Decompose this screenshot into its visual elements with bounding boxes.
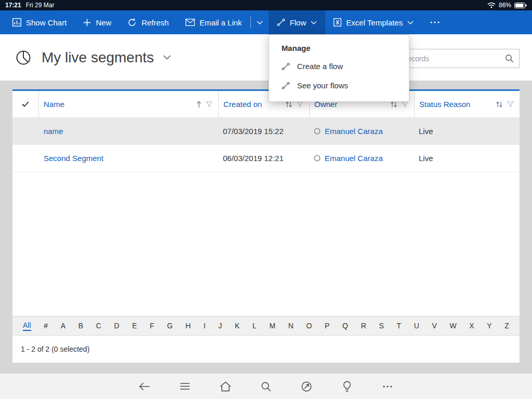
nav-insights-button[interactable] xyxy=(340,379,354,394)
create-a-flow-label: Create a flow xyxy=(297,62,343,71)
jump-item[interactable]: S xyxy=(379,322,383,330)
table-row[interactable]: Second Segment 06/03/2019 12:21 Emanuel … xyxy=(12,145,520,172)
presence-icon xyxy=(314,155,321,162)
flow-button[interactable]: Flow Manage Create a flow See your flows xyxy=(269,10,326,34)
new-button[interactable]: New xyxy=(75,10,119,34)
jump-item-all[interactable]: All xyxy=(23,321,31,331)
search-icon[interactable] xyxy=(505,54,514,63)
chart-icon xyxy=(12,18,21,26)
lightbulb-icon xyxy=(342,381,352,392)
column-label: Created on xyxy=(219,100,262,109)
email-a-link-label: Email a Link xyxy=(200,18,242,27)
jump-item[interactable]: Y xyxy=(487,322,491,330)
jump-item[interactable]: N xyxy=(288,322,294,330)
email-icon xyxy=(185,19,195,26)
filter-funnel-icon[interactable] xyxy=(206,101,212,108)
page-title: My live segments xyxy=(42,49,154,66)
column-label: Name xyxy=(39,100,64,109)
nav-back-button[interactable] xyxy=(137,379,152,394)
jump-item[interactable]: Q xyxy=(342,322,348,330)
column-header-name[interactable]: Name xyxy=(39,91,218,117)
clock-date: Fri 29 Mar xyxy=(26,2,55,9)
status-reason-cell: Live xyxy=(414,127,433,136)
compass-icon xyxy=(301,381,312,392)
chevron-down-icon xyxy=(163,55,171,60)
created-on-cell: 06/03/2019 12:21 xyxy=(218,154,284,163)
jump-item[interactable]: M xyxy=(269,322,275,330)
see-your-flows-menu-item[interactable]: See your flows xyxy=(269,76,409,95)
jump-item[interactable]: D xyxy=(114,322,119,330)
show-chart-button[interactable]: Show Chart xyxy=(4,10,75,34)
plus-icon xyxy=(83,19,91,26)
jump-item[interactable]: F xyxy=(150,322,154,330)
flow-menu-section-title: Manage xyxy=(269,35,409,57)
battery-percent: 86% xyxy=(499,2,511,9)
flow-dropdown-menu: Manage Create a flow See your flows xyxy=(269,34,409,102)
device-status-bar: 17:21 Fri 29 Mar 86% xyxy=(0,0,532,10)
select-all-checkbox[interactable] xyxy=(12,91,39,117)
segment-icon xyxy=(15,49,32,66)
column-header-status-reason[interactable]: Status Reason xyxy=(414,91,520,117)
nav-explore-button[interactable] xyxy=(299,379,314,394)
jump-item[interactable]: O xyxy=(307,322,312,330)
email-a-link-button[interactable]: Email a Link xyxy=(177,10,250,34)
nav-search-button[interactable] xyxy=(259,379,273,394)
nav-menu-button[interactable] xyxy=(178,379,192,394)
flow-label: Flow xyxy=(290,18,307,27)
create-a-flow-menu-item[interactable]: Create a flow xyxy=(269,57,409,76)
jump-item[interactable]: U xyxy=(414,322,419,330)
grid-header-row: Name Created on xyxy=(12,91,520,118)
column-label: Status Reason xyxy=(415,100,470,109)
name-cell[interactable]: name xyxy=(39,127,63,136)
jump-item[interactable]: # xyxy=(44,322,48,330)
jump-item[interactable]: B xyxy=(78,322,83,330)
filter-funnel-icon[interactable] xyxy=(297,101,303,108)
refresh-icon xyxy=(128,18,137,26)
owner-cell[interactable]: Emanuel Caraza xyxy=(325,154,383,163)
jump-item[interactable]: K xyxy=(235,322,240,330)
wifi-icon xyxy=(487,2,496,8)
command-bar: Show Chart New Refresh Email a Link Flow xyxy=(0,10,532,34)
email-a-link-dropdown-toggle[interactable] xyxy=(251,10,269,34)
segments-grid: Name Created on xyxy=(12,89,520,363)
search-icon xyxy=(261,381,271,392)
jump-item[interactable]: X xyxy=(469,322,474,330)
jump-item[interactable]: L xyxy=(252,322,257,330)
jump-item[interactable]: G xyxy=(167,322,172,330)
jump-item[interactable]: W xyxy=(449,322,456,330)
jump-item[interactable]: J xyxy=(218,322,222,330)
jump-item[interactable]: R xyxy=(361,322,366,330)
jump-item[interactable]: Z xyxy=(504,322,509,330)
new-label: New xyxy=(96,18,111,27)
jump-item[interactable]: I xyxy=(204,322,206,330)
filter-funnel-icon[interactable] xyxy=(507,101,514,108)
refresh-button[interactable]: Refresh xyxy=(119,10,177,34)
checkmark-icon xyxy=(22,101,29,107)
sort-ascending-icon xyxy=(196,101,202,108)
filter-funnel-icon[interactable] xyxy=(402,101,408,108)
page-header: My live segments xyxy=(0,34,532,81)
nav-more-button[interactable] xyxy=(380,379,395,394)
jump-item[interactable]: T xyxy=(396,322,401,330)
more-commands-button[interactable] xyxy=(422,10,448,34)
view-selector[interactable]: My live segments xyxy=(15,49,171,66)
chevron-down-icon xyxy=(407,21,414,24)
chevron-down-icon xyxy=(257,21,263,24)
jump-item[interactable]: V xyxy=(432,322,436,330)
nav-home-button[interactable] xyxy=(218,379,233,394)
table-row[interactable]: name 07/03/2019 15:22 Emanuel Caraza Liv… xyxy=(12,118,520,145)
name-cell[interactable]: Second Segment xyxy=(39,154,103,163)
owner-cell[interactable]: Emanuel Caraza xyxy=(325,127,383,136)
excel-templates-label: Excel Templates xyxy=(346,18,403,27)
excel-templates-button[interactable]: X Excel Templates xyxy=(325,10,422,34)
jump-item[interactable]: H xyxy=(185,322,191,330)
battery-icon xyxy=(514,3,527,8)
ellipsis-icon xyxy=(383,385,392,388)
jump-item[interactable]: C xyxy=(96,322,101,330)
jump-item[interactable]: A xyxy=(61,322,65,330)
refresh-label: Refresh xyxy=(141,18,169,27)
jump-item[interactable]: P xyxy=(325,322,329,330)
jump-item[interactable]: E xyxy=(132,322,137,330)
created-on-cell: 07/03/2019 15:22 xyxy=(218,127,284,136)
see-your-flows-label: See your flows xyxy=(297,81,348,90)
